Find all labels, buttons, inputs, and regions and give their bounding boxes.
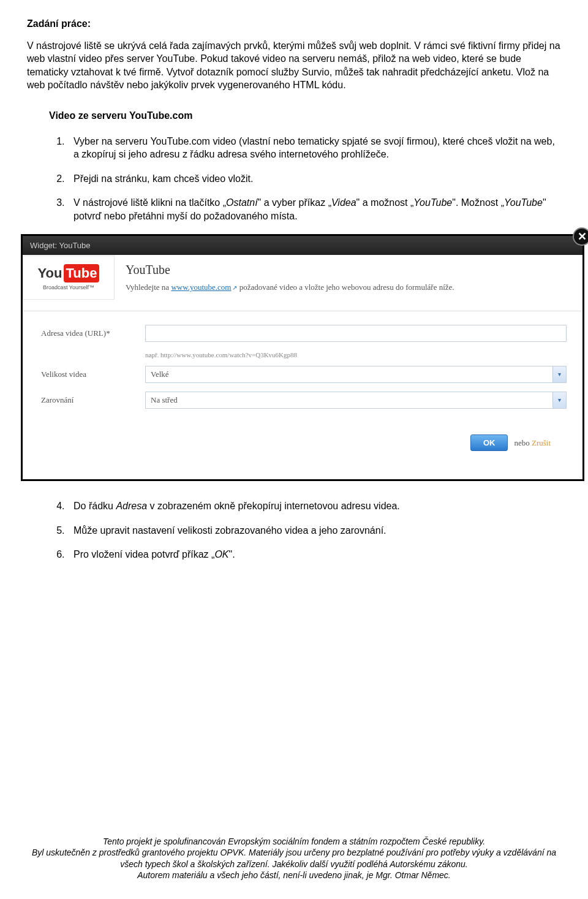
step-3-text: ". Možnost „ — [452, 197, 504, 208]
widget-header: YouTube Broadcast Yourself™ YouTube Vyhl… — [23, 255, 582, 311]
step-3-videa: Videa — [331, 197, 356, 208]
label-url: Adresa videa (URL)* — [41, 328, 145, 339]
section-title: Video ze serveru YouTube.com — [49, 109, 561, 123]
widget-youtube-screenshot: Widget: YouTube ✕ YouTube Broadcast Your… — [21, 234, 584, 481]
logo-slogan: Broadcast Yourself™ — [43, 284, 94, 291]
ok-button[interactable]: OK — [470, 434, 508, 451]
steps-list: Vyber na serveru YouTube.com video (vlas… — [67, 135, 561, 223]
hdr-post: požadované video a vložte jeho webovou a… — [237, 283, 454, 292]
logo-tube: Tube — [64, 264, 100, 283]
cancel-link[interactable]: Zrušit — [532, 438, 551, 449]
footer-line-3: Autorem materiálu a všech jeho částí, ne… — [27, 870, 561, 881]
step-3-ostatni: Ostatní — [226, 197, 258, 208]
step-6-text: Pro vložení videa potvrď příkaz „ — [74, 549, 214, 560]
select-align-value: Na střed — [151, 395, 178, 406]
step-6-text: ". — [229, 549, 235, 560]
select-video-size[interactable]: Velké ▾ — [145, 366, 567, 383]
url-hint: např. http://www.youtube.com/watch?v=Q3K… — [145, 351, 567, 360]
step-3-text: V nástrojové liště klikni na tlačítko „ — [74, 197, 226, 208]
close-icon[interactable]: ✕ — [573, 227, 588, 246]
label-align: Zarovnání — [41, 395, 145, 406]
youtube-logo: YouTube Broadcast Yourself™ — [23, 256, 115, 300]
step-3-youtube: YouTube — [413, 197, 452, 208]
hdr-pre: Vyhledejte na — [126, 283, 171, 292]
logo-you: You — [38, 264, 62, 283]
step-5: Může upravit nastavení velikosti zobrazo… — [67, 524, 561, 537]
step-1: Vyber na serveru YouTube.com video (vlas… — [67, 135, 561, 161]
nebo-text: nebo — [514, 438, 529, 449]
step-3-youtube2: YouTube — [504, 197, 543, 208]
label-size: Velikost videa — [41, 369, 145, 380]
youtube-link[interactable]: www.youtube.com — [171, 283, 231, 292]
page-footer: Tento projekt je spolufinancován Evropsk… — [27, 836, 561, 881]
step-4: Do řádku Adresa v zobrazeném okně překop… — [67, 499, 561, 513]
widget-header-title: YouTube — [126, 262, 454, 278]
intro-paragraph: V nástrojové liště se ukrývá celá řada z… — [27, 39, 561, 92]
chevron-down-icon: ▾ — [552, 366, 566, 382]
select-size-value: Velké — [151, 369, 169, 380]
footer-line-1: Tento projekt je spolufinancován Evropsk… — [27, 836, 561, 847]
step-3-text: " a vyber příkaz „ — [258, 197, 331, 208]
widget-footer-row: OK nebo Zrušit — [41, 417, 567, 468]
footer-line-2: Byl uskutečněn z prostředků grantového p… — [27, 847, 561, 869]
step-2: Přejdi na stránku, kam chceš video vloži… — [67, 172, 561, 186]
widget-form: Adresa videa (URL)* např. http://www.you… — [23, 311, 582, 479]
assignment-heading: Zadání práce: — [27, 17, 561, 31]
widget-header-text: YouTube Vyhledejte na www.youtube.com↗ p… — [126, 256, 454, 293]
step-6: Pro vložení videa potvrď příkaz „OK". — [67, 548, 561, 561]
widget-titlebar: Widget: YouTube ✕ — [23, 236, 582, 256]
widget-body: YouTube Broadcast Yourself™ YouTube Vyhl… — [23, 255, 582, 479]
chevron-down-icon: ▾ — [552, 392, 566, 408]
step-4-text: v zobrazeném okně překopíruj internetovo… — [147, 501, 400, 511]
step-4-adresa: Adresa — [116, 501, 147, 511]
step-4-text: Do řádku — [74, 501, 116, 511]
step-6-ok: OK — [214, 549, 228, 560]
step-3: V nástrojové liště klikni na tlačítko „O… — [67, 196, 561, 222]
steps-list-cont: Do řádku Adresa v zobrazeném okně překop… — [67, 499, 561, 561]
input-video-url[interactable] — [145, 325, 567, 342]
widget-title-text: Widget: YouTube — [30, 241, 91, 250]
step-3-text: " a možnost „ — [356, 197, 414, 208]
select-alignment[interactable]: Na střed ▾ — [145, 392, 567, 409]
